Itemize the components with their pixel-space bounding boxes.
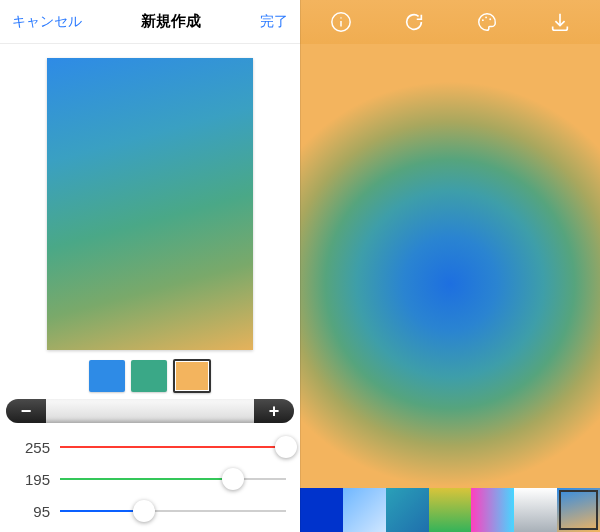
green-value: 195 bbox=[14, 471, 60, 488]
blue-slider-row: 95 bbox=[14, 495, 286, 527]
color-swatch-2[interactable] bbox=[173, 359, 211, 393]
page-title: 新規作成 bbox=[141, 12, 201, 31]
red-value: 255 bbox=[14, 439, 60, 456]
green-slider[interactable] bbox=[60, 469, 286, 489]
preset-swatch-6[interactable] bbox=[557, 488, 600, 532]
svg-point-2 bbox=[340, 17, 341, 18]
right-toolbar bbox=[300, 0, 600, 44]
swatch-tray: − + bbox=[6, 399, 294, 423]
download-icon[interactable] bbox=[547, 9, 573, 35]
color-swatch-1[interactable] bbox=[131, 360, 167, 392]
gradient-preview bbox=[47, 58, 253, 350]
svg-point-5 bbox=[489, 18, 491, 20]
svg-point-3 bbox=[481, 19, 483, 21]
done-button[interactable]: 完了 bbox=[260, 13, 288, 31]
cancel-button[interactable]: キャンセル bbox=[12, 13, 82, 31]
preset-swatch-5[interactable] bbox=[514, 488, 557, 532]
color-swatch-0[interactable] bbox=[89, 360, 125, 392]
color-swatch-row bbox=[0, 360, 300, 393]
rgb-sliders: 255 195 95 bbox=[0, 423, 300, 527]
red-slider-row: 255 bbox=[14, 431, 286, 463]
preset-swatch-2[interactable] bbox=[386, 488, 429, 532]
preset-swatch-1[interactable] bbox=[343, 488, 386, 532]
preset-row bbox=[300, 488, 600, 532]
radial-gradient bbox=[300, 64, 600, 488]
red-slider[interactable] bbox=[60, 437, 286, 457]
svg-point-4 bbox=[485, 17, 487, 19]
preset-swatch-0[interactable] bbox=[300, 488, 343, 532]
refresh-icon[interactable] bbox=[401, 9, 427, 35]
render-pane bbox=[300, 0, 600, 532]
preview-area bbox=[0, 44, 300, 358]
green-slider-row: 195 bbox=[14, 463, 286, 495]
remove-swatch-button[interactable]: − bbox=[6, 399, 46, 423]
pane-divider bbox=[300, 0, 301, 532]
navbar: キャンセル 新規作成 完了 bbox=[0, 0, 300, 44]
render-canvas[interactable] bbox=[300, 44, 600, 488]
preset-swatch-3[interactable] bbox=[429, 488, 472, 532]
preset-swatch-4[interactable] bbox=[471, 488, 514, 532]
info-icon[interactable] bbox=[328, 9, 354, 35]
blue-slider[interactable] bbox=[60, 501, 286, 521]
palette-icon[interactable] bbox=[474, 9, 500, 35]
blue-value: 95 bbox=[14, 503, 60, 520]
add-swatch-button[interactable]: + bbox=[254, 399, 294, 423]
editor-pane: キャンセル 新規作成 完了 − + 255 195 bbox=[0, 0, 300, 532]
